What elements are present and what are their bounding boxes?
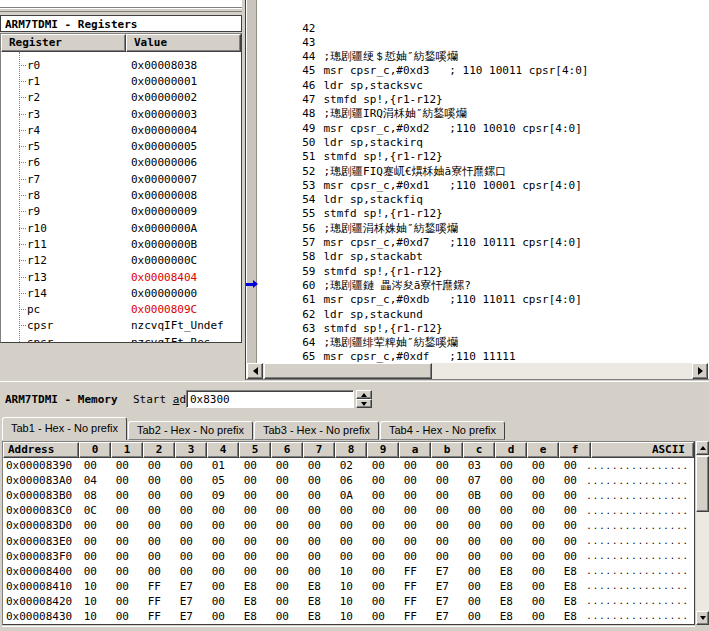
memory-byte-cell[interactable]: 00 <box>170 565 202 578</box>
memory-byte-cell[interactable]: 00 <box>74 459 106 472</box>
memory-byte-cell[interactable]: 00 <box>490 474 522 487</box>
memory-byte-cell[interactable]: 00 <box>266 459 298 472</box>
memory-byte-cell[interactable]: 00 <box>202 610 234 623</box>
memory-byte-cell[interactable]: 00 <box>394 550 426 563</box>
memory-byte-cell[interactable]: 00 <box>458 504 490 517</box>
code-h-scroll-thumb[interactable] <box>264 363 432 379</box>
memory-byte-cell[interactable]: 00 <box>330 535 362 548</box>
register-value[interactable]: 0x0000000B <box>126 238 241 251</box>
memory-byte-cell[interactable]: 00 <box>138 519 170 532</box>
memory-byte-cell[interactable]: E8 <box>298 580 330 593</box>
memory-byte-cell[interactable]: E8 <box>234 595 266 608</box>
memory-row[interactable]: 0x000083B0 08000000090000000A0000000B000… <box>3 488 694 503</box>
memory-h-scrollbar[interactable] <box>2 626 695 631</box>
memory-byte-cell[interactable]: 00 <box>170 519 202 532</box>
start-addr-input[interactable] <box>186 390 354 408</box>
memory-byte-cell[interactable]: E8 <box>554 565 586 578</box>
memory-byte-cell[interactable]: 00 <box>202 580 234 593</box>
code-line[interactable]: 49 ldr sp,stackirq <box>246 93 709 107</box>
memory-tab-3[interactable]: Tab3 - Hex - No prefix <box>254 421 379 440</box>
memory-byte-cell[interactable]: 00 <box>362 489 394 502</box>
memory-byte-cell[interactable]: 00 <box>426 535 458 548</box>
memory-byte-cell[interactable]: 0A <box>330 489 362 502</box>
memory-byte-cell[interactable]: 00 <box>522 580 554 593</box>
code-line[interactable]: 65 ldr sp,stackusr <box>246 322 709 336</box>
memory-byte-cell[interactable]: 10 <box>74 580 106 593</box>
memory-byte-cell[interactable]: 10 <box>74 595 106 608</box>
memory-byte-cell[interactable]: 00 <box>394 535 426 548</box>
memory-byte-cell[interactable]: 09 <box>202 489 234 502</box>
register-row[interactable]: r6 0x00000006 <box>1 155 241 171</box>
memory-byte-cell[interactable]: FF <box>138 595 170 608</box>
memory-row[interactable]: 0x000083A0 04000000050000000600000007000… <box>3 473 694 488</box>
memory-byte-cell[interactable]: 00 <box>362 550 394 563</box>
memory-byte-cell[interactable]: 00 <box>106 610 138 623</box>
memory-byte-cell[interactable]: 00 <box>330 504 362 517</box>
memory-byte-cell[interactable]: 00 <box>266 504 298 517</box>
memory-byte-cell[interactable]: 00 <box>234 565 266 578</box>
memory-byte-cell[interactable]: E8 <box>490 580 522 593</box>
spinner-down-button[interactable] <box>356 399 372 408</box>
memory-byte-cell[interactable]: 00 <box>298 535 330 548</box>
memory-row[interactable]: 0x000083E0 00000000000000000000000000000… <box>3 533 694 548</box>
memory-byte-cell[interactable]: 00 <box>266 595 298 608</box>
code-line[interactable]: 57 ldr sp,stackabt <box>246 207 709 221</box>
memory-byte-cell[interactable]: 00 <box>426 519 458 532</box>
memory-byte-cell[interactable]: FF <box>138 610 170 623</box>
memory-byte-cell[interactable]: E7 <box>426 595 458 608</box>
memory-byte-cell[interactable]: 00 <box>554 550 586 563</box>
memory-row[interactable]: 0x000083C0 0C000000000000000000000000000… <box>3 503 694 518</box>
register-row[interactable]: cpsr nzcvqIFt_Undef <box>1 318 241 334</box>
memory-byte-cell[interactable]: 07 <box>458 474 490 487</box>
memory-byte-cell[interactable]: 00 <box>394 519 426 532</box>
memory-column-header[interactable]: ASCII <box>591 442 694 458</box>
memory-byte-cell[interactable]: 00 <box>426 459 458 472</box>
register-row[interactable]: r12 0x0000000C <box>1 253 241 269</box>
memory-byte-cell[interactable]: 00 <box>522 504 554 517</box>
memory-byte-cell[interactable]: E8 <box>298 595 330 608</box>
memory-byte-cell[interactable]: E7 <box>170 595 202 608</box>
scroll-down-button[interactable] <box>696 611 709 625</box>
register-value[interactable]: 0x00000005 <box>126 140 241 153</box>
code-line[interactable]: 44 msr cpsr_c,#0xd3 ; 110 10011 cpsr[4:0… <box>246 22 709 36</box>
memory-byte-cell[interactable]: 00 <box>394 504 426 517</box>
memory-byte-cell[interactable]: 00 <box>170 550 202 563</box>
memory-byte-cell[interactable]: 00 <box>554 489 586 502</box>
scroll-right-button[interactable] <box>692 363 708 379</box>
memory-byte-cell[interactable]: 00 <box>106 474 138 487</box>
memory-byte-cell[interactable]: 00 <box>394 474 426 487</box>
memory-byte-cell[interactable]: 00 <box>106 504 138 517</box>
memory-byte-cell[interactable]: 10 <box>330 610 362 623</box>
memory-byte-cell[interactable]: 05 <box>202 474 234 487</box>
memory-byte-cell[interactable]: E8 <box>554 580 586 593</box>
register-column-header[interactable]: Register <box>1 34 126 52</box>
memory-byte-cell[interactable]: E8 <box>490 610 522 623</box>
memory-byte-cell[interactable]: E8 <box>234 580 266 593</box>
memory-byte-cell[interactable]: 00 <box>234 519 266 532</box>
memory-byte-cell[interactable]: 00 <box>522 610 554 623</box>
code-line[interactable]: 60 msr cpsr_c,#0xdb ;110 11011 cpsr[4:0] <box>246 250 709 264</box>
memory-byte-cell[interactable]: FF <box>138 580 170 593</box>
memory-byte-cell[interactable]: 00 <box>522 519 554 532</box>
scroll-up-button[interactable] <box>696 441 709 455</box>
register-value[interactable]: 0x00000001 <box>126 75 241 88</box>
scroll-left-button[interactable] <box>247 363 263 379</box>
memory-byte-cell[interactable]: 10 <box>74 610 106 623</box>
register-row[interactable]: r0 0x00008038 <box>1 57 241 73</box>
memory-byte-cell[interactable]: E8 <box>554 595 586 608</box>
memory-byte-cell[interactable]: 00 <box>266 519 298 532</box>
memory-byte-cell[interactable]: 00 <box>554 504 586 517</box>
memory-byte-cell[interactable]: 00 <box>106 580 138 593</box>
memory-byte-cell[interactable]: 00 <box>298 459 330 472</box>
register-row[interactable]: r4 0x00000004 <box>1 122 241 138</box>
memory-row[interactable]: 0x00008410 1000FFE700E800E81000FFE700E80… <box>3 579 694 594</box>
register-row[interactable]: r7 0x00000007 <box>1 171 241 187</box>
memory-column-header[interactable]: 1 <box>111 442 143 458</box>
memory-byte-cell[interactable]: 00 <box>554 519 586 532</box>
memory-byte-cell[interactable]: 00 <box>138 474 170 487</box>
memory-byte-cell[interactable]: 00 <box>138 535 170 548</box>
register-row[interactable]: r10 0x0000000A <box>1 220 241 236</box>
code-line[interactable]: 53 ldr sp,stackfiq <box>246 150 709 164</box>
memory-byte-cell[interactable]: 00 <box>298 519 330 532</box>
memory-byte-cell[interactable]: 00 <box>426 504 458 517</box>
